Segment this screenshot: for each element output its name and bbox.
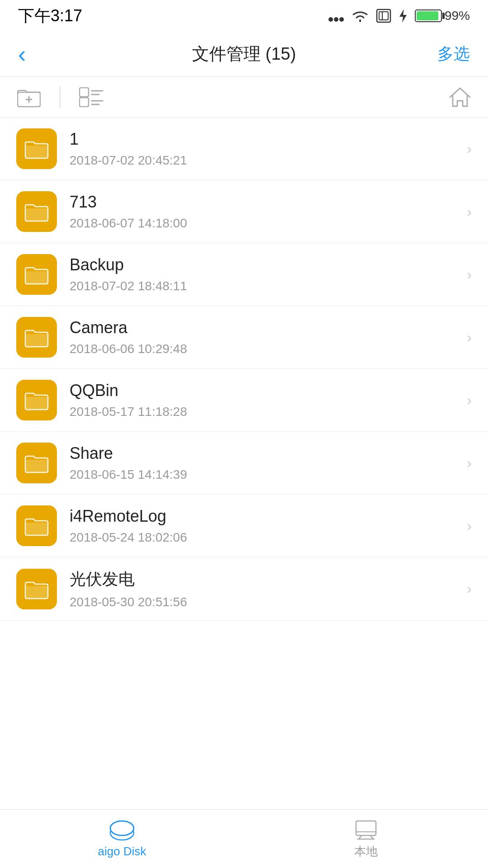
folder-icon-wrap	[16, 380, 57, 420]
new-folder-button[interactable]	[16, 85, 42, 110]
file-date: 2018-06-15 14:14:39	[70, 467, 467, 482]
battery-container: 99%	[415, 9, 470, 23]
chevron-right-icon: ›	[467, 455, 472, 472]
chevron-right-icon: ›	[467, 518, 472, 534]
file-date: 2018-05-30 20:51:56	[70, 595, 467, 609]
chevron-right-icon: ›	[467, 266, 472, 283]
file-item[interactable]: Camera 2018-06-06 10:29:48 ›	[0, 306, 488, 369]
folder-icon-wrap	[16, 569, 57, 609]
file-name: QQBin	[70, 381, 467, 400]
wifi-icon	[351, 9, 370, 23]
file-info: Share 2018-06-15 14:14:39	[70, 444, 467, 482]
nav-aigo-disk-label: aigo Disk	[98, 844, 146, 859]
folder-icon-wrap	[16, 443, 57, 483]
back-button[interactable]: ‹	[18, 41, 54, 68]
file-list: 1 2018-07-02 20:45:21 › 713 2018-06-07 1…	[0, 118, 488, 809]
nav-aigo-disk[interactable]: aigo Disk	[0, 819, 244, 859]
chevron-right-icon: ›	[467, 329, 472, 346]
signal-icon	[328, 9, 344, 22]
file-item[interactable]: i4RemoteLog 2018-05-24 18:02:06 ›	[0, 495, 488, 557]
folder-icon	[24, 390, 49, 410]
file-date: 2018-06-06 10:29:48	[70, 342, 467, 356]
file-item[interactable]: QQBin 2018-05-17 11:18:28 ›	[0, 369, 488, 432]
view-toggle-button[interactable]	[79, 85, 104, 110]
home-button[interactable]	[448, 85, 472, 109]
folder-icon-wrap	[16, 505, 57, 546]
svg-rect-11	[80, 98, 89, 107]
sim-icon	[376, 9, 391, 23]
chevron-right-icon: ›	[467, 392, 472, 409]
file-item[interactable]: Share 2018-06-15 14:14:39 ›	[0, 432, 488, 495]
charging-icon	[398, 8, 408, 24]
file-name: 光伏发电	[70, 568, 467, 590]
bottom-nav: aigo Disk 本地	[0, 809, 488, 868]
file-info: 光伏发电 2018-05-30 20:51:56	[70, 568, 467, 609]
svg-point-0	[328, 17, 333, 22]
file-item[interactable]: 光伏发电 2018-05-30 20:51:56 ›	[0, 557, 488, 621]
toolbar	[0, 77, 488, 118]
battery-percent: 99%	[445, 9, 470, 23]
multi-select-button[interactable]: 多选	[434, 43, 470, 65]
file-info: 1 2018-07-02 20:45:21	[70, 130, 467, 168]
header: ‹ 文件管理 (15) 多选	[0, 32, 488, 77]
svg-rect-4	[379, 12, 388, 20]
folder-icon-wrap	[16, 191, 57, 232]
file-info: 713 2018-06-07 14:18:00	[70, 193, 467, 231]
folder-icon	[24, 138, 49, 159]
chevron-right-icon: ›	[467, 203, 472, 220]
file-info: i4RemoteLog 2018-05-24 18:02:06	[70, 507, 467, 545]
toolbar-left	[16, 85, 104, 110]
file-date: 2018-05-24 18:02:06	[70, 530, 467, 545]
file-item[interactable]: Backup 2018-07-02 18:48:11 ›	[0, 243, 488, 306]
svg-rect-10	[80, 88, 89, 97]
folder-icon	[24, 515, 49, 536]
file-date: 2018-07-02 18:48:11	[70, 279, 467, 293]
chevron-right-icon: ›	[467, 141, 472, 157]
folder-icon	[24, 201, 49, 222]
file-info: Backup 2018-07-02 18:48:11	[70, 255, 467, 293]
file-item[interactable]: 1 2018-07-02 20:45:21 ›	[0, 118, 488, 180]
file-date: 2018-07-02 20:45:21	[70, 153, 467, 168]
folder-icon-wrap	[16, 128, 57, 169]
page-title: 文件管理 (15)	[192, 42, 296, 66]
file-date: 2018-05-17 11:18:28	[70, 405, 467, 419]
status-bar: 下午3:17 99%	[0, 0, 488, 32]
chevron-right-icon: ›	[467, 580, 472, 597]
folder-icon	[24, 453, 49, 473]
status-time: 下午3:17	[18, 5, 82, 27]
file-name: i4RemoteLog	[70, 507, 467, 526]
folder-icon	[24, 264, 49, 285]
svg-rect-19	[356, 821, 376, 835]
file-name: Share	[70, 444, 467, 463]
file-name: Backup	[70, 255, 467, 274]
file-item[interactable]: 713 2018-06-07 14:18:00 ›	[0, 180, 488, 243]
folder-icon	[24, 327, 49, 348]
file-name: 1	[70, 130, 467, 149]
file-info: QQBin 2018-05-17 11:18:28	[70, 381, 467, 419]
status-icons: 99%	[328, 8, 470, 24]
battery-fill	[417, 11, 438, 20]
file-date: 2018-06-07 14:18:00	[70, 216, 467, 231]
nav-local[interactable]: 本地	[244, 818, 488, 859]
file-info: Camera 2018-06-06 10:29:48	[70, 318, 467, 356]
svg-point-1	[334, 17, 338, 22]
toolbar-divider	[60, 86, 61, 108]
battery-icon	[415, 9, 442, 22]
file-name: Camera	[70, 318, 467, 337]
svg-marker-6	[399, 9, 407, 23]
nav-local-label: 本地	[354, 844, 378, 859]
folder-icon-wrap	[16, 254, 57, 295]
file-name: 713	[70, 193, 467, 212]
folder-icon-wrap	[16, 317, 57, 358]
svg-point-2	[339, 17, 344, 22]
folder-icon	[24, 579, 49, 599]
